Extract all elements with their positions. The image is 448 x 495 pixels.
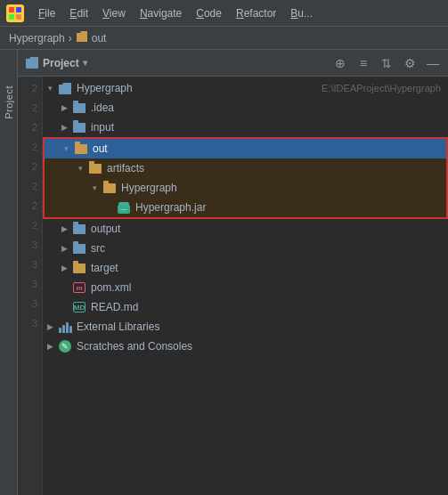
breadcrumb-separator: › <box>69 32 72 45</box>
panel-header: Project ▾ ⊕ ≡ ⇅ ⚙ — <box>18 50 448 77</box>
svg-rect-4 <box>16 14 21 20</box>
tree-path-root: E:\IDEAProject\Hypergraph <box>322 83 441 93</box>
chevron-right-icon-output: ▶ <box>57 222 71 236</box>
menu-code[interactable]: Code <box>190 5 228 21</box>
tree-item-hypergraph-sub[interactable]: ▾ Hypergraph <box>45 178 446 198</box>
tree-item-extlibs[interactable]: ▶ External Libraries <box>43 317 448 337</box>
svg-rect-1 <box>9 7 14 12</box>
tree-item-idea[interactable]: ▶ .idea <box>43 98 448 118</box>
tree-label-extlibs: External Libraries <box>77 321 441 333</box>
breadcrumb-folder[interactable]: out <box>92 32 107 45</box>
tree-item-artifacts[interactable]: ▾ artifacts <box>45 158 446 178</box>
tree-item-readme[interactable]: ▶ MD READ.md <box>43 297 448 317</box>
app-logo <box>5 4 25 23</box>
panel-action-add[interactable]: ⊕ <box>332 55 348 71</box>
chevron-right-icon-extlibs: ▶ <box>43 320 57 334</box>
tree-label-scratches: Scratches and Consoles <box>77 340 441 353</box>
panel-title-label: Project <box>43 57 79 69</box>
chevron-down-icon: ▾ <box>43 81 57 95</box>
tree-item-pom[interactable]: ▶ m pom.xml <box>43 278 448 297</box>
panel-title: Project ▾ <box>25 57 87 69</box>
menu-bar: File Edit View Navigate Code Refactor Bu… <box>0 0 448 27</box>
chevron-right-icon-scratches: ▶ <box>43 339 57 353</box>
breadcrumb: Hypergraph › out <box>0 27 448 50</box>
src-folder-icon <box>71 241 87 256</box>
idea-folder-icon <box>71 101 87 115</box>
tree-label-artifacts: artifacts <box>107 162 439 174</box>
chevron-right-icon-src: ▶ <box>57 241 71 256</box>
pom-icon: m <box>71 280 87 295</box>
out-folder-icon <box>73 142 89 156</box>
tree-label-idea: .idea <box>91 101 441 114</box>
panel-folder-icon <box>25 57 39 69</box>
jar-icon <box>116 200 132 215</box>
tree-label-out: out <box>93 142 439 155</box>
breadcrumb-project[interactable]: Hypergraph <box>9 32 65 45</box>
project-panel: Project ▾ ⊕ ≡ ⇅ ⚙ — 2 2 2 2 2 2 2 2 <box>18 50 448 495</box>
tree-item-out[interactable]: ▾ out <box>45 139 446 158</box>
menu-edit[interactable]: Edit <box>63 5 94 21</box>
scratches-icon: ✎ <box>57 339 73 353</box>
menu-file[interactable]: File <box>32 5 61 21</box>
tree-item-hypergraph-jar[interactable]: ▶ Hypergraph.jar <box>45 198 446 217</box>
tree-label-output: output <box>91 223 441 235</box>
main-layout: Project Project ▾ ⊕ ≡ ⇅ ⚙ — 2 <box>0 50 448 495</box>
chevron-down-icon-artifacts: ▾ <box>73 161 87 175</box>
chevron-right-icon-input: ▶ <box>57 120 71 134</box>
panel-action-minimize[interactable]: — <box>425 55 441 71</box>
chevron-right-icon-target: ▶ <box>57 261 71 275</box>
menu-refactor[interactable]: Refactor <box>230 5 282 21</box>
extlibs-icon <box>57 320 73 334</box>
output-folder-icon <box>71 222 87 236</box>
tree-item-input[interactable]: ▶ input <box>43 118 448 137</box>
tree-label-hypergraph-sub: Hypergraph <box>121 182 439 194</box>
line-numbers: 2 2 2 2 2 2 2 2 3 3 3 3 3 <box>18 77 43 495</box>
tree-label-target: target <box>91 262 441 274</box>
highlight-region: ▾ out ▾ artifacts <box>43 137 448 219</box>
target-folder-icon <box>71 261 87 275</box>
tree-item-root[interactable]: ▾ Hypergraph E:\IDEAProject\Hypergraph <box>43 78 448 98</box>
chevron-down-icon-out: ▾ <box>59 142 73 156</box>
tree-label-src: src <box>91 242 441 255</box>
tree-label-pom: pom.xml <box>91 281 441 294</box>
svg-rect-3 <box>9 14 14 20</box>
chevron-right-icon: ▶ <box>57 101 71 115</box>
hypergraph-sub-folder-icon <box>102 181 118 195</box>
side-tab-project[interactable]: Project <box>0 50 18 495</box>
root-folder-icon <box>57 81 73 95</box>
md-icon: MD <box>71 300 87 314</box>
tree-item-scratches[interactable]: ▶ ✎ Scratches and Consoles <box>43 337 448 356</box>
tree-label-input: input <box>91 121 441 134</box>
panel-dropdown-icon[interactable]: ▾ <box>83 58 87 68</box>
input-folder-icon <box>71 120 87 134</box>
tree-with-lines: 2 2 2 2 2 2 2 2 3 3 3 3 3 ▾ <box>18 77 448 495</box>
panel-action-settings[interactable]: ⚙ <box>402 55 418 71</box>
tree-item-target[interactable]: ▶ target <box>43 258 448 278</box>
panel-action-filter[interactable]: ≡ <box>355 55 371 71</box>
artifacts-folder-icon <box>87 161 103 175</box>
menu-navigate[interactable]: Navigate <box>134 5 188 21</box>
breadcrumb-folder-icon <box>76 31 88 45</box>
tree-label-readme: READ.md <box>91 301 441 313</box>
svg-rect-2 <box>16 7 21 12</box>
side-tab-label: Project <box>4 85 14 119</box>
panel-action-sort[interactable]: ⇅ <box>379 55 395 71</box>
panel-actions: ⊕ ≡ ⇅ ⚙ — <box>332 55 441 71</box>
tree-item-src[interactable]: ▶ src <box>43 239 448 258</box>
tree-label-jar: Hypergraph.jar <box>135 201 439 214</box>
menu-view[interactable]: View <box>96 5 132 21</box>
chevron-down-icon-hyper-sub: ▾ <box>87 181 102 195</box>
svg-rect-0 <box>6 4 24 22</box>
tree-label-root: Hypergraph <box>77 82 318 94</box>
project-tree: ▾ Hypergraph E:\IDEAProject\Hypergraph ▶ <box>43 77 448 495</box>
tree-item-output[interactable]: ▶ output <box>43 219 448 239</box>
menu-bu[interactable]: Bu... <box>284 5 319 21</box>
